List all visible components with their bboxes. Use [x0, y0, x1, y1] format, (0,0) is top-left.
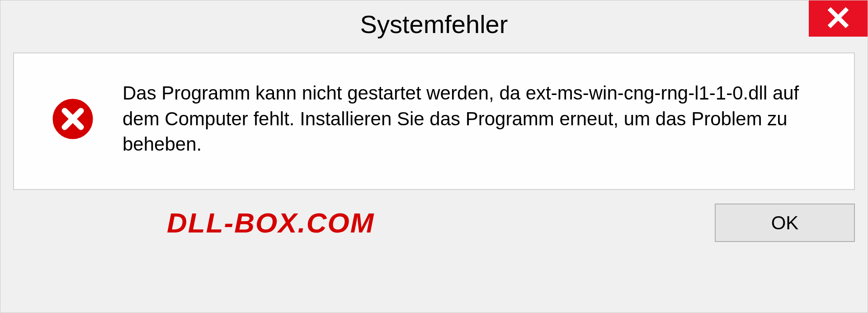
dialog-title: Systemfehler	[360, 9, 508, 39]
titlebar: Systemfehler	[0, 0, 868, 41]
message-panel: Das Programm kann nicht gestartet werden…	[13, 52, 855, 190]
dialog-footer: DLL-BOX.COM OK	[0, 190, 868, 242]
close-icon	[827, 6, 849, 31]
error-message: Das Programm kann nicht gestartet werden…	[123, 81, 836, 157]
close-button[interactable]	[809, 0, 868, 37]
watermark-text: DLL-BOX.COM	[13, 207, 374, 239]
error-icon	[50, 96, 95, 142]
ok-button[interactable]: OK	[715, 204, 855, 242]
